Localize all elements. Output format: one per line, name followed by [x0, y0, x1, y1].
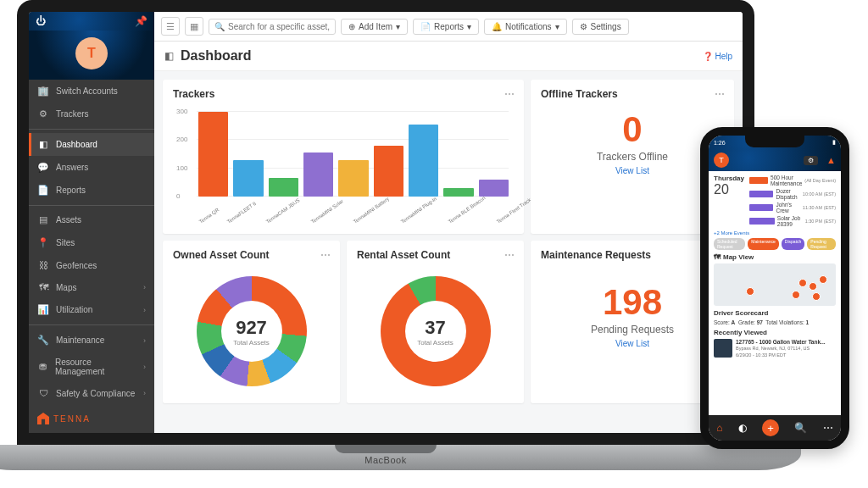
map-pin-icon[interactable]: [819, 275, 827, 284]
maint-view-list-link[interactable]: View List: [615, 339, 649, 348]
camera-icon[interactable]: ◐: [738, 422, 747, 434]
home-icon[interactable]: ⌂: [716, 422, 722, 434]
more-icon[interactable]: ⋯: [320, 249, 331, 261]
map-pin-icon[interactable]: [792, 291, 800, 299]
page-title: Dashboard: [181, 48, 252, 64]
phone-event[interactable]: 500 Hour Maintenance(All Day Event): [749, 175, 836, 186]
sidebar-item-dashboard[interactable]: ◧Dashboard: [29, 133, 154, 156]
event-color-bar: [749, 177, 768, 184]
sidebar-item-label: Answers: [56, 163, 88, 172]
sidebar-item-label: Utilization: [56, 305, 92, 314]
bar[interactable]: [233, 160, 263, 197]
bar[interactable]: [443, 188, 473, 197]
sidebar-item-sites[interactable]: 📍Sites: [29, 231, 154, 254]
sidebar-item-geofences[interactable]: ⛓Geofences: [29, 254, 154, 276]
sidebar-item-reports[interactable]: 📄Reports: [29, 179, 154, 202]
phone-avatar[interactable]: T: [714, 152, 729, 168]
brand-logo-icon: [37, 413, 49, 424]
chip[interactable]: Scheduled Request: [714, 238, 745, 250]
main: ☰ ▦ 🔍 ⊕Add Item▾ 📄Reports▾ 🔔Notification…: [154, 12, 743, 433]
maint-label: Pending Requests: [541, 324, 724, 336]
pin-icon[interactable]: 📌: [135, 15, 147, 27]
help-link[interactable]: ❓ Help: [703, 52, 732, 61]
card-title: Rental Asset Count: [357, 249, 514, 261]
chip[interactable]: Dispatch: [782, 238, 804, 250]
power-icon[interactable]: ⏻: [36, 15, 46, 27]
bar[interactable]: [409, 125, 438, 197]
phone-frame: 1:26 ▮ T ⚙ ▲ Thursday 20 500 Hour Mainte…: [700, 127, 849, 449]
donut-center: 37 Total Assets: [405, 301, 466, 362]
map-pin-icon[interactable]: [798, 279, 807, 287]
chip[interactable]: Maintenance: [748, 238, 779, 250]
offline-count: 0: [541, 112, 724, 147]
phone-time: 1:26: [714, 140, 726, 146]
phone-event[interactable]: Dozer Dispatch10:00 AM (EST): [749, 188, 836, 200]
sidebar-item-resource-management[interactable]: ⛃Resource Management›: [29, 352, 154, 382]
rental-total-label: Total Assets: [417, 339, 453, 347]
phone-filter-button[interactable]: ⚙: [804, 156, 818, 165]
card-title: Owned Asset Count: [173, 249, 330, 261]
maint-bignum: 198 Pending Requests View List: [541, 268, 724, 353]
phone-map[interactable]: [714, 263, 836, 306]
search-input-wrap[interactable]: 🔍: [209, 19, 336, 35]
bar[interactable]: [374, 146, 403, 197]
map-pin-icon[interactable]: [746, 287, 754, 296]
phone-day: Thursday 20: [714, 175, 744, 197]
resource-icon: ⛃: [37, 362, 48, 373]
search-icon[interactable]: 🔍: [794, 422, 807, 434]
chevron-right-icon: ›: [143, 306, 146, 314]
sidebar-item-maintenance[interactable]: 🔧Maintenance›: [29, 329, 154, 352]
alert-icon[interactable]: ▲: [826, 155, 836, 165]
map-pin-icon[interactable]: [809, 282, 817, 291]
x-axis-label: TennaCAM JBUS: [265, 197, 301, 225]
add-item-button[interactable]: ⊕Add Item▾: [341, 19, 408, 35]
phone-event[interactable]: Solar Job 283991:30 PM (EST): [749, 215, 836, 227]
more-icon[interactable]: ⋯: [715, 88, 726, 100]
sidebar: ⏻ 📌 T 🏢Switch Accounts ⚙Trackers ◧Dashbo…: [29, 12, 154, 433]
settings-button[interactable]: ⚙Settings: [572, 19, 629, 35]
bar[interactable]: [338, 160, 368, 197]
bar[interactable]: [479, 180, 509, 197]
event-name: Dozer Dispatch: [776, 188, 799, 200]
event-name: 500 Hour Maintenance: [771, 175, 802, 186]
more-icon[interactable]: ⋯: [504, 88, 515, 100]
card-title: Maintenance Requests: [541, 249, 724, 261]
search-input[interactable]: [228, 22, 330, 31]
chip[interactable]: Pending Request: [807, 238, 836, 250]
x-axis-label: TennaMINI Solar: [310, 198, 344, 225]
sidebar-item-answers[interactable]: 💬Answers: [29, 156, 154, 179]
more-icon[interactable]: ⋯: [823, 422, 833, 434]
offline-view-list-link[interactable]: View List: [615, 166, 649, 175]
phone-recent-item[interactable]: 127765 - 1000 Gallon Water Tank... Bypas…: [714, 339, 836, 358]
rental-donut: 37 Total Assets: [381, 276, 491, 386]
add-icon[interactable]: +: [762, 419, 779, 436]
sidebar-item-maps[interactable]: 🗺Maps›: [29, 276, 154, 298]
avatar[interactable]: T: [75, 37, 108, 69]
sidebar-item-trackers[interactable]: ⚙Trackers: [29, 103, 154, 125]
violations-label: Total Violations:: [765, 319, 804, 325]
gear-icon: ⚙: [580, 22, 587, 31]
phone-recent-title: Recently Viewed: [714, 329, 836, 336]
more-icon[interactable]: ⋯: [504, 249, 515, 261]
brand-label: TENNA: [53, 414, 91, 424]
bar[interactable]: [269, 178, 298, 197]
phone-event[interactable]: John's Crew11:30 AM (EST): [749, 202, 836, 214]
phone-battery-icon: ▮: [832, 139, 836, 146]
grid-icon[interactable]: ▦: [185, 17, 203, 36]
phone-more-events-link[interactable]: +2 More Events: [714, 230, 836, 236]
sidebar-item-assets[interactable]: ▤Assets: [29, 208, 154, 231]
reports-button[interactable]: 📄Reports▾: [413, 19, 479, 35]
bar[interactable]: [198, 112, 228, 197]
offline-bignum: 0 Trackers Offline View List: [541, 107, 724, 180]
sidebar-item-utilization[interactable]: 📊Utilization›: [29, 298, 154, 321]
x-axis-label: TennaMINI Plug-In: [400, 196, 437, 224]
help-label: Help: [715, 52, 732, 61]
bar[interactable]: [303, 152, 333, 197]
notifications-button[interactable]: 🔔Notifications▾: [484, 19, 566, 35]
map-pin-icon[interactable]: [812, 292, 821, 301]
menu-icon[interactable]: ☰: [161, 17, 180, 36]
sidebar-item-safety-compliance[interactable]: 🛡Safety & Compliance›: [29, 382, 154, 404]
building-icon: 🏢: [37, 86, 49, 97]
dashboard-icon: ◧: [164, 50, 174, 62]
sidebar-item-switch-accounts[interactable]: 🏢Switch Accounts: [29, 80, 154, 103]
